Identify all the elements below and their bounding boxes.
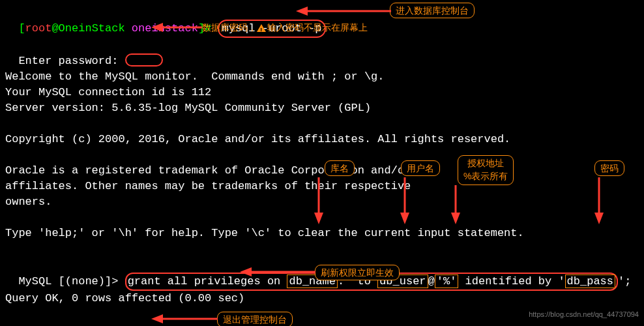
grant-host: '%': [435, 274, 459, 288]
blank-line-2: [5, 147, 639, 163]
blank-line-4: [5, 241, 639, 257]
callout-exit: 退出管理控制台: [217, 312, 293, 326]
help-line: Type 'help;' or '\h' for help. Type '\c'…: [5, 226, 639, 241]
callout-enter-console: 进入数据库控制台: [390, 3, 475, 18]
bracket-open: [: [18, 22, 25, 35]
server-version-line: Server version: 5.6.35-log MySQL Communi…: [5, 100, 639, 116]
conn-id-line: Your MySQL connection id is 112: [5, 85, 639, 100]
oracle-line-1: Oracle is a registered trademark of Orac…: [5, 163, 639, 179]
enter-password-text: Enter password:: [18, 55, 118, 67]
query-ok-1: Query OK, 0 rows affected (0.00 sec): [5, 291, 639, 306]
callout-username: 用户名: [401, 160, 440, 176]
grant-dbpass: db_pass: [565, 274, 615, 288]
prompt-dir: oneinstack: [132, 22, 198, 35]
password-input-placeholder: [125, 53, 163, 67]
callout-password-note: 数据库密码，输入密码不显示在屏幕上: [202, 21, 368, 34]
blank-line-3: [5, 210, 639, 226]
warn-icon: [257, 24, 266, 32]
callout-flush: 刷新权限立即生效: [315, 265, 400, 280]
mysql-prompt-1: MySQL [(none)]>: [18, 275, 124, 288]
blank-line-1: [5, 116, 639, 132]
flush-line: MySQL [(none)]> flush privileges;: [5, 322, 639, 326]
watermark: https://blog.csdn.net/qq_44737094: [529, 306, 639, 322]
callout-dbname: 库名: [325, 160, 355, 176]
prompt-user: root: [25, 22, 52, 35]
oracle-line-2: affiliates. Other names may be trademark…: [5, 179, 639, 194]
enter-password-line: Enter password:: [5, 38, 639, 69]
oracle-line-3: owners.: [5, 194, 639, 210]
callout-grant-host: 授权地址 %表示所有: [458, 155, 514, 185]
prompt-at: @OneinStack: [51, 22, 131, 35]
welcome-line: Welcome to the MySQL monitor. Commands e…: [5, 69, 639, 85]
callout-password: 密码: [594, 160, 624, 176]
copyright-line: Copyright (c) 2000, 2016, Oracle and/or …: [5, 132, 639, 147]
